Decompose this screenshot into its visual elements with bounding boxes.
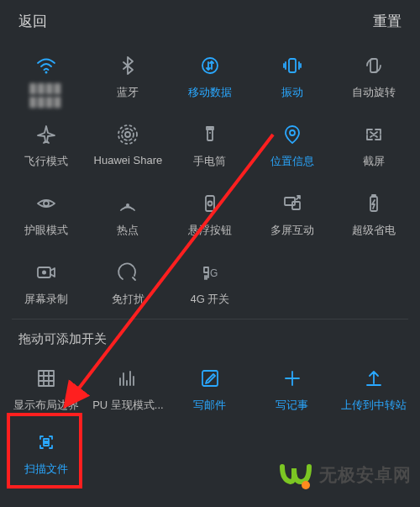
svg-point-26: [302, 481, 310, 489]
plus-icon: [281, 364, 304, 393]
toggle-huawei-share[interactable]: Huawei Share: [87, 115, 170, 179]
svg-rect-13: [206, 196, 214, 211]
screenshot-icon: [362, 120, 386, 149]
flashlight-icon: [198, 120, 222, 149]
toggle-vibrate[interactable]: 振动: [251, 46, 333, 110]
svg-point-20: [42, 271, 46, 275]
svg-rect-18: [372, 195, 375, 197]
toggle-label: 悬浮按钮: [188, 223, 232, 238]
toggle-label: 写邮件: [193, 398, 226, 413]
toggle-airplane[interactable]: 飞行模式: [5, 115, 87, 179]
toggle-label: Huawei Share: [94, 154, 163, 166]
svg-rect-3: [370, 59, 377, 72]
gpu-icon: [116, 364, 139, 393]
toggle-super-save[interactable]: 超级省电: [333, 184, 415, 248]
toggle-label: 移动数据: [188, 85, 232, 100]
svg-point-10: [290, 130, 295, 135]
toggle-label: 显示布局边界: [13, 398, 79, 413]
rotate-icon: [362, 51, 386, 80]
svg-point-4: [125, 132, 130, 137]
toggle-label: 多屏互动: [270, 223, 314, 238]
back-button[interactable]: 返回: [18, 12, 47, 31]
toggle-label: 超级省电: [352, 223, 396, 238]
svg-point-0: [45, 71, 47, 74]
svg-point-5: [122, 129, 134, 140]
toggle-label: 截屏: [363, 154, 385, 169]
watermark-logo-icon: [277, 457, 314, 494]
svg-rect-2: [289, 59, 296, 72]
svg-text:G: G: [210, 267, 218, 279]
toggle-label: 热点: [117, 223, 139, 238]
toggle-float-button[interactable]: 悬浮按钮: [169, 184, 251, 248]
record-icon: [34, 258, 58, 287]
toggle-label: PU 呈现模式...: [92, 398, 164, 413]
eye-icon: [34, 189, 58, 218]
share-icon: [116, 120, 139, 149]
float-icon: [198, 189, 222, 218]
bluetooth-icon: [116, 51, 139, 80]
watermark: 无极安卓网: [277, 457, 412, 494]
wifi-icon: [34, 51, 58, 80]
toggle-label: 免打扰: [112, 292, 144, 307]
toggle-dnd[interactable]: 免打扰: [87, 253, 170, 317]
toggle-screenshot[interactable]: 截屏: [333, 115, 415, 179]
toggle-eye-comfort[interactable]: 护眼模式: [5, 184, 87, 248]
watermark-text: 无极安卓网: [319, 463, 412, 487]
toggle-4g-switch[interactable]: G 4G 开关: [169, 253, 251, 317]
svg-point-14: [207, 202, 212, 206]
toggle-flashlight[interactable]: 手电筒: [169, 115, 251, 179]
toggle-label: 护眼模式: [24, 223, 68, 238]
svg-rect-7: [207, 129, 213, 140]
dnd-icon: [116, 258, 139, 287]
airplane-icon: [34, 120, 58, 149]
toggle-upload-transit[interactable]: 上传到中转站: [333, 359, 415, 423]
empty-tile: [251, 253, 333, 317]
wifi-ssid: ████: [29, 83, 62, 93]
toggle-write-note[interactable]: 写记事: [251, 359, 333, 423]
toggle-label: 蓝牙: [117, 85, 139, 100]
empty-tile: [333, 253, 415, 317]
section-title: 拖动可添加开关: [0, 320, 420, 352]
toggle-label: 手电筒: [193, 154, 226, 169]
toggle-label: 飞行模式: [24, 154, 68, 169]
toggle-label: 4G 开关: [191, 292, 230, 307]
upload-icon: [362, 364, 386, 393]
svg-rect-22: [39, 371, 54, 386]
empty-tile: [169, 423, 251, 487]
bounds-icon: [34, 364, 58, 393]
toggle-bluetooth[interactable]: 蓝牙: [87, 46, 170, 110]
location-icon: [281, 120, 304, 149]
battery-icon: [362, 189, 386, 218]
annotation-highlight: [7, 413, 82, 489]
toggle-hotspot[interactable]: 热点: [87, 184, 170, 248]
toggle-label: 上传到中转站: [341, 398, 407, 413]
toggle-label: 自动旋转: [352, 85, 396, 100]
toggle-label: 写记事: [276, 398, 308, 413]
wifi-ssid: ████: [29, 97, 62, 107]
toggle-label: 位置信息: [270, 154, 314, 169]
mobile-data-icon: [198, 51, 222, 80]
toggle-auto-rotate[interactable]: 自动旋转: [333, 46, 415, 110]
toggle-label: 屏幕录制: [24, 292, 68, 307]
toggle-gpu-render[interactable]: PU 呈现模式...: [87, 359, 170, 423]
hotspot-icon: [116, 189, 139, 218]
toggle-multi-screen[interactable]: 多屏互动: [251, 184, 333, 248]
svg-point-1: [202, 58, 218, 73]
toggle-wifi[interactable]: ████ ████: [5, 46, 87, 110]
toggle-compose-mail[interactable]: 写邮件: [169, 359, 251, 423]
toggle-label: 振动: [281, 85, 303, 100]
svg-point-11: [44, 201, 49, 206]
vibrate-icon: [281, 51, 304, 80]
reset-button[interactable]: 重置: [373, 12, 402, 31]
toggle-screen-record[interactable]: 屏幕录制: [5, 253, 87, 317]
compose-icon: [198, 364, 222, 393]
toggle-mobile-data[interactable]: 移动数据: [169, 46, 251, 110]
multiscreen-icon: [281, 189, 304, 218]
4g-icon: G: [198, 258, 222, 287]
toggle-location[interactable]: 位置信息: [251, 115, 333, 179]
svg-point-9: [209, 132, 211, 134]
empty-tile: [87, 423, 170, 487]
